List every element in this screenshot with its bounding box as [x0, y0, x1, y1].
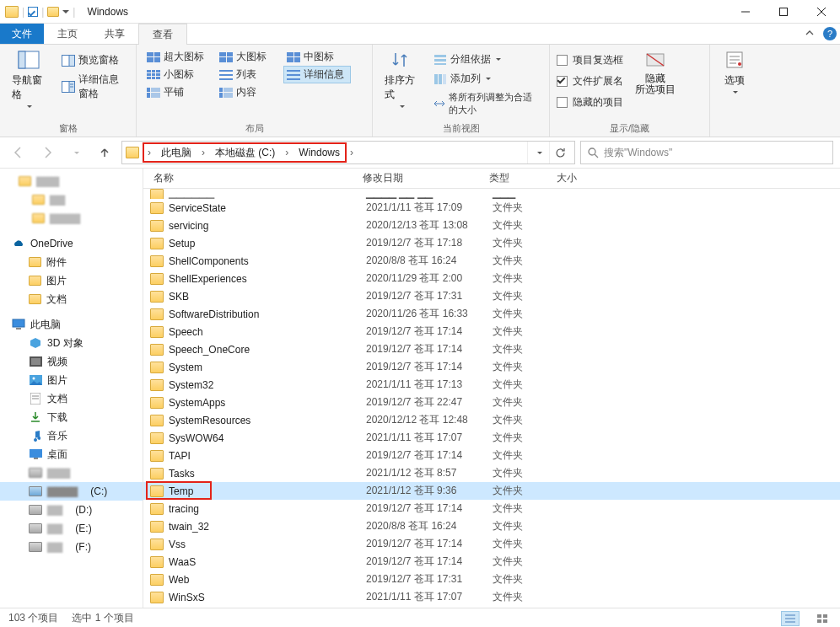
- groupby-button[interactable]: 分组依据: [430, 51, 542, 68]
- tree-3dobjects[interactable]: 3D 对象: [0, 334, 143, 352]
- tree-item[interactable]: ▇▇▇: [0, 464, 143, 482]
- file-row[interactable]: Web2019/12/7 苍耳 17:31文件夹: [143, 571, 840, 588]
- item-checkboxes-toggle[interactable]: 项目复选框: [557, 53, 623, 67]
- preview-pane-button[interactable]: 预览窗格: [58, 51, 129, 69]
- file-row[interactable]: tracing2019/12/7 苍耳 17:14文件夹: [143, 500, 840, 517]
- search-box[interactable]: 搜索"Windows": [580, 141, 833, 164]
- col-size[interactable]: 大小: [557, 171, 624, 185]
- tree-documents[interactable]: 文档: [0, 290, 143, 308]
- tab-view[interactable]: 查看: [138, 24, 187, 45]
- tree-pictures[interactable]: 图片: [0, 271, 143, 290]
- addr-dropdown[interactable]: [527, 142, 549, 163]
- tree-downloads[interactable]: 下载: [0, 408, 143, 426]
- file-row[interactable]: WaaS2019/12/7 苍耳 17:14文件夹: [143, 553, 840, 571]
- hide-selected-button[interactable]: 隐藏 所选项目: [630, 48, 681, 121]
- file-row[interactable]: Vss2019/12/7 苍耳 17:14文件夹: [143, 535, 840, 553]
- up-button[interactable]: [93, 141, 116, 164]
- details-pane-button[interactable]: 详细信息窗格: [58, 71, 129, 103]
- crumb-folder[interactable]: Windows: [297, 147, 342, 158]
- file-row[interactable]: Speech_OneCore2019/12/7 苍耳 17:14文件夹: [143, 340, 840, 358]
- file-type: 文件夹: [493, 501, 560, 516]
- col-name[interactable]: 名称: [143, 171, 363, 185]
- col-date[interactable]: 修改日期: [363, 171, 489, 185]
- close-button[interactable]: [802, 0, 840, 24]
- crumb-drive[interactable]: 本地磁盘 (C:): [213, 146, 277, 160]
- tree-videos[interactable]: 视频: [0, 352, 143, 371]
- file-row[interactable]: ▂▂▂▂▂▂▂▂▂▂ ▂▂ ▂▂▂▂▂: [143, 189, 840, 199]
- sort-button[interactable]: 排序方式: [380, 48, 423, 121]
- layout-xlarge[interactable]: 超大图标: [143, 48, 216, 66]
- tree-attachments[interactable]: 附件: [0, 253, 143, 271]
- layout-details[interactable]: 详细信息: [283, 66, 351, 83]
- navigation-tree[interactable]: ▇▇▇ ▇▇ ▇▇▇▇ OneDrive 附件 图片 文档 此电脑 3D 对象 …: [0, 169, 143, 608]
- tree-drive-e[interactable]: ▇▇ (E:): [0, 519, 143, 538]
- tree-desktop[interactable]: 桌面: [0, 445, 143, 464]
- tree-item[interactable]: ▇▇▇: [0, 172, 143, 190]
- file-extensions-toggle[interactable]: 文件扩展名: [557, 74, 623, 88]
- crumb-chevron[interactable]: ›: [280, 147, 293, 158]
- properties-icon[interactable]: [28, 7, 38, 17]
- file-row[interactable]: ShellExperiences2020/11/29 苍耳 2:00文件夹: [143, 270, 840, 287]
- file-row[interactable]: WinSxS2021/1/11 苍耳 17:07文件夹: [143, 588, 840, 606]
- tree-drive-f[interactable]: ▇▇ (F:): [0, 538, 143, 556]
- file-row[interactable]: System2019/12/7 苍耳 17:14文件夹: [143, 358, 840, 376]
- fitcolumns-button[interactable]: 将所有列调整为合适的大小: [430, 89, 542, 118]
- tree-pictures2[interactable]: 图片: [0, 371, 143, 389]
- file-list[interactable]: ▂▂▂▂▂▂▂▂▂▂ ▂▂ ▂▂▂▂▂ ServiceState2021/1/1…: [143, 189, 840, 608]
- tab-file[interactable]: 文件: [0, 24, 44, 44]
- file-row[interactable]: Tasks2021/1/12 苍耳 8:57文件夹: [143, 464, 840, 482]
- layout-tiles[interactable]: 平铺: [143, 83, 216, 101]
- layout-small[interactable]: 小图标: [143, 66, 216, 83]
- qat-dropdown-icon[interactable]: [62, 10, 69, 13]
- tree-item[interactable]: ▇▇: [0, 190, 143, 209]
- col-type[interactable]: 类型: [489, 171, 557, 185]
- folder-icon[interactable]: [47, 7, 59, 17]
- back-button[interactable]: [7, 141, 30, 164]
- file-row[interactable]: SystemApps2019/12/7 苍耳 22:47文件夹: [143, 394, 840, 411]
- tree-drive-c[interactable]: ▇▇▇▇ (C:): [0, 482, 143, 501]
- address-bar[interactable]: › 此电脑 › 本地磁盘 (C:) › Windows ›: [121, 141, 575, 164]
- tree-item[interactable]: ▇▇▇▇: [0, 209, 143, 228]
- layout-list[interactable]: 列表: [216, 66, 283, 83]
- options-button[interactable]: 选项: [717, 48, 752, 123]
- tree-onedrive[interactable]: OneDrive: [0, 234, 143, 253]
- file-row[interactable]: TAPI2019/12/7 苍耳 17:14文件夹: [143, 447, 840, 464]
- file-row[interactable]: System322021/1/11 苍耳 17:13文件夹: [143, 376, 840, 394]
- tree-thispc[interactable]: 此电脑: [0, 315, 143, 334]
- crumb-chevron[interactable]: ›: [143, 147, 156, 158]
- nav-pane-button[interactable]: 导航窗格: [7, 48, 51, 121]
- file-row[interactable]: ShellComponents2020/8/8 苍耳 16:24文件夹: [143, 252, 840, 270]
- addcolumn-button[interactable]: 添加列: [430, 70, 542, 88]
- file-row[interactable]: Setup2019/12/7 苍耳 17:18文件夹: [143, 234, 840, 252]
- help-button[interactable]: ?: [820, 24, 840, 44]
- history-dropdown[interactable]: [64, 141, 88, 164]
- crumb-chevron[interactable]: ›: [345, 147, 358, 158]
- details-view-button[interactable]: [781, 611, 800, 626]
- file-row[interactable]: servicing2020/12/13 苍耳 13:08文件夹: [143, 217, 840, 234]
- file-row[interactable]: Speech2019/12/7 苍耳 17:14文件夹: [143, 323, 840, 340]
- tree-documents2[interactable]: 文档: [0, 389, 143, 408]
- forward-button[interactable]: [35, 141, 59, 164]
- file-row[interactable]: Temp2021/1/12 苍耳 9:36文件夹: [143, 482, 840, 500]
- layout-medium[interactable]: 中图标: [283, 48, 351, 66]
- file-row[interactable]: SKB2019/12/7 苍耳 17:31文件夹: [143, 287, 840, 305]
- maximize-button[interactable]: [764, 0, 802, 24]
- layout-large[interactable]: 大图标: [216, 48, 283, 66]
- file-row[interactable]: SystemResources2020/12/12 苍耳 12:48文件夹: [143, 411, 840, 429]
- tree-drive-d[interactable]: ▇▇ (D:): [0, 501, 143, 519]
- refresh-button[interactable]: [549, 142, 571, 163]
- hidden-items-toggle[interactable]: 隐藏的项目: [557, 95, 623, 110]
- file-row[interactable]: SoftwareDistribution2020/11/26 苍耳 16:33文…: [143, 305, 840, 323]
- tree-music[interactable]: 音乐: [0, 426, 143, 445]
- crumb-thispc[interactable]: 此电脑: [159, 146, 193, 160]
- ribbon-collapse-icon[interactable]: [800, 24, 820, 44]
- crumb-chevron[interactable]: ›: [197, 147, 210, 158]
- tab-share[interactable]: 共享: [91, 24, 138, 44]
- file-row[interactable]: twain_322020/8/8 苍耳 16:24文件夹: [143, 517, 840, 535]
- tab-home[interactable]: 主页: [44, 24, 91, 44]
- file-row[interactable]: SysWOW642021/1/11 苍耳 17:07文件夹: [143, 429, 840, 447]
- file-row[interactable]: ServiceState2021/1/11 苍耳 17:09文件夹: [143, 199, 840, 217]
- minimize-button[interactable]: [726, 0, 764, 24]
- layout-content[interactable]: 内容: [216, 83, 283, 101]
- icons-view-button[interactable]: [813, 611, 832, 626]
